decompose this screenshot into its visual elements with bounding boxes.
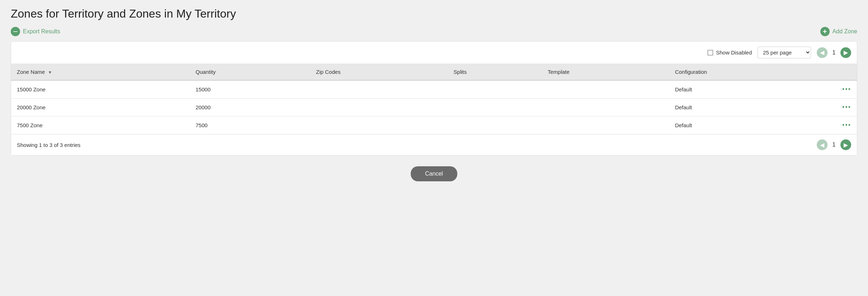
page-number-top: 1 bbox=[830, 49, 838, 56]
prev-icon-top: ◀ bbox=[820, 49, 824, 56]
col-actions-header bbox=[835, 64, 857, 80]
cell-configuration: Default bbox=[669, 99, 835, 116]
cell-zone-name: 15000 Zone bbox=[11, 80, 190, 99]
row-actions-button[interactable]: ••• bbox=[835, 116, 857, 134]
cell-zip-codes bbox=[310, 116, 448, 134]
table-controls: Show Disabled 25 per page 50 per page 10… bbox=[11, 42, 857, 64]
table-row: 20000 Zone20000Default••• bbox=[11, 99, 857, 116]
table-row: 7500 Zone7500Default••• bbox=[11, 116, 857, 134]
row-actions-button[interactable]: ••• bbox=[835, 80, 857, 99]
table-body: 15000 Zone15000Default•••20000 Zone20000… bbox=[11, 80, 857, 134]
svg-rect-0 bbox=[13, 32, 18, 32]
col-zone-name-label: Zone Name bbox=[17, 69, 45, 75]
cell-zone-name: 7500 Zone bbox=[11, 116, 190, 134]
cell-zip-codes bbox=[310, 80, 448, 99]
cell-quantity: 15000 bbox=[190, 80, 310, 99]
cell-template bbox=[542, 99, 669, 116]
add-zone-label: Add Zone bbox=[833, 28, 857, 35]
col-quantity: Quantity bbox=[190, 64, 310, 80]
showing-text: Showing 1 to 3 of 3 entries bbox=[17, 142, 81, 148]
cell-splits bbox=[448, 116, 542, 134]
table-header-row: Zone Name ▼ Quantity Zip Codes Splits Te… bbox=[11, 64, 857, 80]
add-icon: + bbox=[820, 27, 830, 36]
export-icon bbox=[11, 27, 20, 36]
cancel-section: Cancel bbox=[11, 166, 857, 181]
page-number-bottom: 1 bbox=[830, 142, 838, 148]
cell-splits bbox=[448, 80, 542, 99]
cell-configuration: Default bbox=[669, 116, 835, 134]
table-container: Show Disabled 25 per page 50 per page 10… bbox=[11, 41, 857, 156]
next-page-button-bottom[interactable]: ▶ bbox=[840, 139, 851, 150]
col-template-label: Template bbox=[548, 69, 569, 75]
next-icon-bottom: ▶ bbox=[844, 142, 848, 148]
cell-zone-name: 20000 Zone bbox=[11, 99, 190, 116]
page-title: Zones for Territory and Zones in My Terr… bbox=[11, 7, 857, 20]
cancel-button[interactable]: Cancel bbox=[411, 166, 457, 181]
col-zone-name[interactable]: Zone Name ▼ bbox=[11, 64, 190, 80]
table-footer: Showing 1 to 3 of 3 entries ◀ 1 ▶ bbox=[11, 134, 857, 155]
prev-icon-bottom: ◀ bbox=[820, 142, 824, 148]
col-template: Template bbox=[542, 64, 669, 80]
export-results-button[interactable]: Export Results bbox=[11, 27, 60, 36]
row-actions-button[interactable]: ••• bbox=[835, 99, 857, 116]
toolbar-row: Export Results + Add Zone bbox=[11, 27, 857, 36]
prev-page-button-bottom[interactable]: ◀ bbox=[817, 139, 828, 150]
table-header: Zone Name ▼ Quantity Zip Codes Splits Te… bbox=[11, 64, 857, 80]
show-disabled-checkbox[interactable] bbox=[707, 50, 713, 56]
cell-quantity: 20000 bbox=[190, 99, 310, 116]
cell-template bbox=[542, 80, 669, 99]
col-splits: Splits bbox=[448, 64, 542, 80]
table-row: 15000 Zone15000Default••• bbox=[11, 80, 857, 99]
show-disabled-label[interactable]: Show Disabled bbox=[707, 49, 752, 56]
pagination-top: ◀ 1 ▶ bbox=[817, 47, 851, 58]
next-page-button-top[interactable]: ▶ bbox=[840, 47, 851, 58]
pagination-bottom: ◀ 1 ▶ bbox=[817, 139, 851, 150]
page-wrapper: Zones for Territory and Zones in My Terr… bbox=[0, 0, 868, 296]
col-configuration: Configuration bbox=[669, 64, 835, 80]
export-label: Export Results bbox=[23, 28, 60, 35]
col-zip-codes-label: Zip Codes bbox=[316, 69, 340, 75]
sort-icon-zone-name: ▼ bbox=[48, 70, 52, 75]
col-quantity-label: Quantity bbox=[196, 69, 216, 75]
col-zip-codes: Zip Codes bbox=[310, 64, 448, 80]
add-zone-button[interactable]: + Add Zone bbox=[820, 27, 857, 36]
per-page-select[interactable]: 25 per page 50 per page 100 per page bbox=[758, 47, 811, 58]
cell-zip-codes bbox=[310, 99, 448, 116]
cell-template bbox=[542, 116, 669, 134]
cell-configuration: Default bbox=[669, 80, 835, 99]
cell-quantity: 7500 bbox=[190, 116, 310, 134]
cell-splits bbox=[448, 99, 542, 116]
next-icon-top: ▶ bbox=[844, 49, 848, 56]
show-disabled-text: Show Disabled bbox=[716, 49, 752, 56]
prev-page-button-top[interactable]: ◀ bbox=[817, 47, 828, 58]
col-splits-label: Splits bbox=[454, 69, 467, 75]
zones-table: Zone Name ▼ Quantity Zip Codes Splits Te… bbox=[11, 64, 857, 134]
col-configuration-label: Configuration bbox=[675, 69, 707, 75]
